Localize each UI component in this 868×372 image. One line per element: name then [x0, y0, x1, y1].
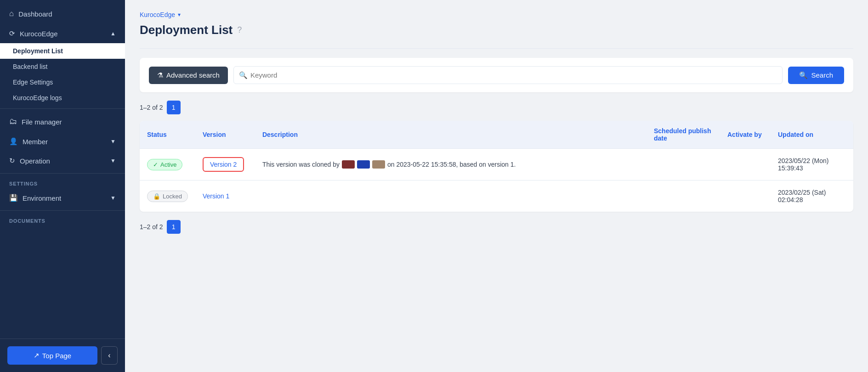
keyword-input[interactable] [233, 66, 783, 84]
desc-text-1: This version was cloned by [262, 161, 340, 168]
title-divider [140, 48, 853, 49]
breadcrumb[interactable]: KurocoEdge ▾ [140, 11, 853, 18]
main-inner: KurocoEdge ▾ Deployment List ? ⚗ Advance… [125, 0, 868, 372]
row2-version-cell: Version 1 [195, 180, 255, 212]
pagination-bottom: 1–2 of 2 1 [140, 220, 853, 234]
home-icon: ⌂ [9, 9, 14, 18]
sidebar-group-member[interactable]: 👤 Member ▼ [0, 132, 125, 151]
sidebar-group-environment[interactable]: 💾 Environment ▼ [0, 188, 125, 208]
pagination-summary-top: 1–2 of 2 [140, 104, 163, 111]
user-avatar-red [342, 160, 355, 169]
search-icon: 🔍 [239, 71, 248, 79]
chevron-down-icon: ▼ [110, 138, 116, 145]
sidebar-item-edge-settings[interactable]: Edge Settings [0, 74, 125, 90]
user-avatar-tan [372, 160, 385, 169]
pagination-summary-bottom: 1–2 of 2 [140, 223, 163, 231]
top-page-label: Top Page [42, 352, 71, 360]
desc-suffix-1: on 2023-05-22 15:35:58, based on version… [387, 161, 516, 168]
check-icon: ✓ [153, 161, 158, 168]
environment-icon: 💾 [9, 194, 18, 202]
sidebar-collapse-button[interactable]: ‹ [101, 346, 118, 365]
page-button-1-top[interactable]: 1 [167, 101, 181, 114]
file-icon: 🗂 [9, 117, 17, 126]
search-button[interactable]: 🔍 Search [788, 67, 844, 84]
active-label: Active [160, 161, 176, 168]
sidebar-group-operation[interactable]: ↻ Operation ▼ [0, 151, 125, 170]
main-content: KurocoEdge ▾ Deployment List ? ⚗ Advance… [125, 0, 868, 372]
member-icon: 👤 [9, 137, 18, 146]
search-btn-label: Search [811, 71, 833, 79]
table-header-row: Status Version Description Scheduled pub… [140, 121, 853, 149]
row2-activate-cell [720, 180, 771, 212]
status-badge-locked: 🔒 Locked [147, 191, 188, 202]
row1-description: This version was cloned by on 2023-05-22… [262, 160, 639, 169]
sidebar-footer: ↗ Top Page ‹ [0, 338, 125, 372]
adv-search-label: Advanced search [166, 71, 220, 79]
sidebar-file-manager-label: File manager [22, 118, 62, 126]
sidebar-documents-section: DOCUMENTS [0, 214, 125, 225]
sidebar: ⌂ Dashboard ⟳ KurocoEdge ▲ Deployment Li… [0, 0, 125, 372]
sidebar-dashboard-label: Dashboard [18, 10, 52, 18]
col-header-version: Version [195, 121, 255, 149]
sidebar-group-kuroco-edge[interactable]: ⟳ KurocoEdge ▲ [0, 24, 125, 43]
sidebar-kuroco-edge-label: KurocoEdge [20, 30, 58, 38]
sidebar-settings-section: SETTINGS [0, 176, 125, 188]
deployment-table-card: Status Version Description Scheduled pub… [140, 121, 853, 212]
locked-label: Locked [163, 193, 182, 200]
row1-version-cell: Version 2 [195, 149, 255, 180]
row1-scheduled-cell [647, 149, 720, 180]
row2-status-cell: 🔒 Locked [140, 180, 195, 212]
page-title-row: Deployment List ? [140, 23, 853, 37]
chevron-left-icon: ‹ [108, 351, 110, 360]
row1-activate-cell [720, 149, 771, 180]
lock-icon: 🔒 [153, 193, 160, 200]
sidebar-item-file-manager[interactable]: 🗂 File manager [0, 112, 125, 132]
chevron-down-icon-op: ▼ [110, 158, 116, 164]
version-2-link[interactable]: Version 2 [203, 157, 244, 172]
row2-description-cell [255, 180, 647, 212]
edge-icon: ⟳ [9, 29, 15, 38]
sidebar-member-label: Member [23, 138, 48, 146]
pagination-top: 1–2 of 2 1 [140, 101, 853, 114]
operation-icon: ↻ [9, 157, 15, 165]
filter-icon: ⚗ [157, 71, 163, 79]
col-header-activate-by: Activate by [720, 121, 771, 149]
chevron-up-icon: ▲ [110, 30, 116, 37]
col-header-status: Status [140, 121, 195, 149]
status-badge-active: ✓ Active [147, 159, 182, 170]
search-bar: ⚗ Advanced search 🔍 🔍 Search [140, 58, 853, 92]
breadcrumb-label: KurocoEdge [140, 11, 175, 18]
row1-description-cell: This version was cloned by on 2023-05-22… [255, 149, 647, 180]
advanced-search-button[interactable]: ⚗ Advanced search [149, 67, 228, 84]
sidebar-item-kuroco-edge-logs[interactable]: KurocoEdge logs [0, 90, 125, 106]
col-header-description: Description [255, 121, 647, 149]
row1-status-cell: ✓ Active [140, 149, 195, 180]
keyword-input-wrap: 🔍 [233, 66, 783, 84]
col-header-scheduled: Scheduled publish date [647, 121, 720, 149]
sidebar-nav: ⌂ Dashboard ⟳ KurocoEdge ▲ Deployment Li… [0, 0, 125, 338]
sidebar-environment-label: Environment [23, 194, 61, 202]
sidebar-item-dashboard[interactable]: ⌂ Dashboard [0, 4, 125, 24]
page-title: Deployment List [140, 23, 233, 37]
deployment-table: Status Version Description Scheduled pub… [140, 121, 853, 212]
table-row: 🔒 Locked Version 1 2023/02/25 (Sat) 02:0… [140, 180, 853, 212]
search-btn-icon: 🔍 [799, 71, 808, 79]
page-button-1-bottom[interactable]: 1 [167, 220, 181, 234]
chevron-down-icon-env: ▼ [110, 195, 116, 201]
help-icon[interactable]: ? [237, 25, 242, 35]
col-header-updated-on: Updated on [771, 121, 853, 149]
external-link-icon: ↗ [34, 351, 40, 360]
top-page-button[interactable]: ↗ Top Page [7, 346, 97, 365]
sidebar-item-deployment-list[interactable]: Deployment List [0, 43, 125, 59]
sidebar-item-backend-list[interactable]: Backend list [0, 59, 125, 74]
breadcrumb-chevron-icon: ▾ [178, 11, 181, 18]
row1-updated-cell: 2023/05/22 (Mon) 15:39:43 [771, 149, 853, 180]
table-row: ✓ Active Version 2 This version was clon… [140, 149, 853, 180]
version-1-link[interactable]: Version 1 [203, 192, 229, 200]
sidebar-operation-label: Operation [20, 157, 50, 165]
row2-scheduled-cell [647, 180, 720, 212]
row2-updated-cell: 2023/02/25 (Sat) 02:04:28 [771, 180, 853, 212]
user-avatar-blue [357, 160, 370, 169]
